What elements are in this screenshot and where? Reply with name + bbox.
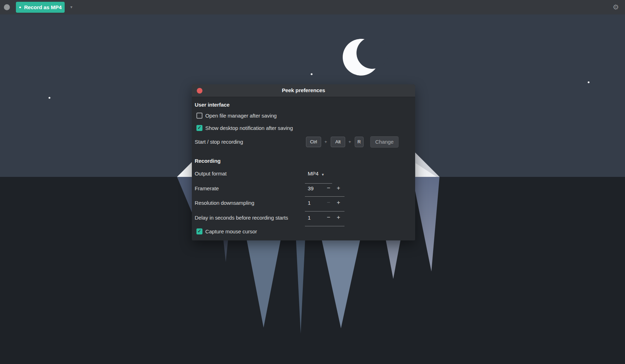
framerate-label: Framerate: [195, 185, 219, 192]
output-format-label: Output format: [195, 170, 226, 177]
downsampling-underline: [305, 211, 344, 211]
delay-value[interactable]: 1: [308, 214, 311, 221]
framerate-decrease-button[interactable]: −: [324, 184, 333, 193]
dialog-titlebar[interactable]: Peek preferences: [192, 84, 415, 97]
shortcut-label: Start / stop recording: [195, 138, 243, 145]
gear-icon: ⚙: [613, 3, 619, 11]
open-file-manager-checkbox[interactable]: ✓: [196, 113, 202, 119]
output-format-underline: [305, 183, 332, 184]
show-notification-checkbox[interactable]: ✓: [196, 125, 202, 131]
plus-separator: +: [323, 137, 328, 147]
star: [311, 73, 312, 75]
record-format-dropdown-button[interactable]: ▾: [66, 2, 77, 13]
open-file-manager-label: Open file manager after saving: [205, 112, 277, 119]
dialog-title: Peek preferences: [192, 87, 415, 93]
downsampling-decrease-button: −: [324, 199, 333, 207]
top-bar: ● Record as MP4 ▾ ⚙: [0, 0, 625, 14]
record-dot-icon: ●: [19, 5, 22, 9]
framerate-underline: [305, 196, 344, 197]
shortcut-key-r[interactable]: R: [355, 137, 364, 147]
record-button[interactable]: ● Record as MP4: [16, 2, 65, 13]
downsampling-increase-button[interactable]: +: [334, 199, 343, 207]
check-icon: ✓: [197, 228, 201, 234]
delay-decrease-button[interactable]: −: [324, 214, 333, 222]
tray-indicator-icon[interactable]: [4, 4, 10, 10]
downsampling-value[interactable]: 1: [308, 199, 311, 207]
capture-cursor-checkbox[interactable]: ✓: [196, 228, 202, 234]
plus-separator: +: [347, 137, 352, 147]
star: [48, 97, 50, 99]
change-shortcut-button[interactable]: Change: [370, 136, 399, 148]
check-icon: ✓: [197, 125, 201, 131]
dropdown-arrow-icon[interactable]: ▾: [322, 171, 324, 178]
show-notification-label: Show desktop notification after saving: [205, 125, 293, 132]
framerate-increase-button[interactable]: +: [334, 184, 343, 193]
chevron-down-icon: ▾: [70, 5, 72, 10]
preferences-dialog: Peek preferences User interface ✓ Open f…: [192, 84, 415, 240]
star: [588, 81, 589, 83]
capture-cursor-label: Capture mouse cursor: [205, 228, 257, 235]
record-button-label: Record as MP4: [24, 4, 61, 10]
framerate-value[interactable]: 39: [308, 185, 314, 192]
shortcut-key-alt[interactable]: Alt: [331, 137, 345, 147]
delay-increase-button[interactable]: +: [334, 214, 343, 222]
section-header-user-interface: User interface: [195, 101, 230, 108]
shortcut-key-ctrl[interactable]: Ctrl: [306, 137, 321, 147]
output-format-value[interactable]: MP4: [308, 170, 319, 177]
settings-gear-button[interactable]: ⚙: [610, 1, 621, 13]
delay-label: Delay in seconds before recording starts: [195, 214, 288, 221]
downsampling-label: Resolution downsampling: [195, 199, 254, 207]
delay-underline: [305, 226, 344, 226]
section-header-recording: Recording: [195, 157, 220, 165]
